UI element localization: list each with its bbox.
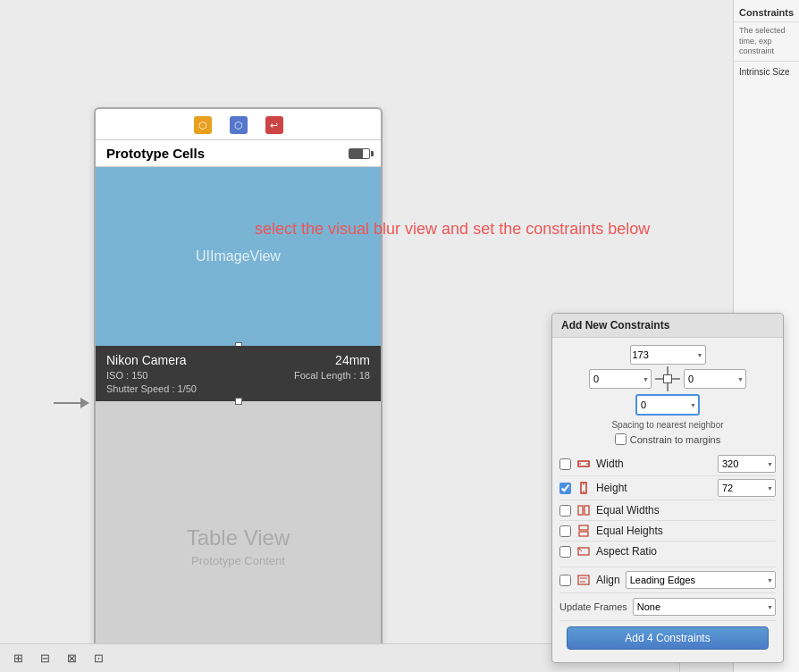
constrain-margins-checkbox[interactable] bbox=[615, 433, 627, 445]
height-row: Height 72 bbox=[559, 476, 776, 500]
svg-rect-12 bbox=[578, 575, 589, 584]
cross-center bbox=[663, 374, 672, 383]
equal-heights-label: Equal Heights bbox=[596, 525, 663, 537]
aspect-ratio-icon bbox=[576, 544, 591, 559]
top-spacing-wrapper[interactable] bbox=[630, 345, 706, 365]
constraints-body: Spacing to nearest neighbor Constrain to… bbox=[552, 338, 783, 662]
aspect-ratio-row: Aspect Ratio bbox=[559, 542, 776, 561]
constraints-panel-header: Add New Constraints bbox=[552, 314, 783, 338]
red-arrow-icon: ↩ bbox=[265, 116, 283, 134]
spacing-top-row bbox=[630, 345, 706, 365]
width-row: Width 320 bbox=[559, 452, 776, 476]
height-select[interactable]: 72 bbox=[718, 479, 776, 497]
arrow-indicator bbox=[54, 398, 89, 408]
height-label: Height bbox=[596, 482, 712, 494]
prototype-cells-title: Prototype Cells bbox=[106, 146, 205, 161]
left-spacing-wrapper[interactable] bbox=[589, 369, 652, 389]
arrow-head bbox=[80, 398, 89, 408]
right-panel-title: Constraints bbox=[734, 0, 799, 22]
align-label: Align bbox=[596, 574, 620, 586]
camera-title-row: Nikon Camera 24mm bbox=[106, 353, 370, 367]
image-view-area: UIImageView bbox=[96, 167, 381, 346]
align-icon bbox=[576, 573, 591, 587]
height-icon bbox=[576, 481, 591, 495]
mockup-header: Prototype Cells bbox=[96, 140, 381, 167]
align-row: Align Leading Edges Trailing Edges Top E… bbox=[559, 567, 776, 593]
table-view-label: Table View bbox=[187, 525, 290, 550]
shutter-row: Shutter Speed : 1/50 bbox=[106, 383, 370, 394]
arrow-line bbox=[54, 402, 80, 404]
width-select[interactable]: 320 bbox=[718, 455, 776, 473]
update-frames-row: Update Frames None Items of New Constrai… bbox=[559, 593, 776, 621]
height-checkbox[interactable] bbox=[559, 483, 571, 494]
battery-icon bbox=[349, 148, 370, 159]
intrinsic-size-label: Intrinsic Size bbox=[734, 62, 799, 82]
equal-widths-row: Equal Widths bbox=[559, 500, 776, 521]
spacing-bot-row bbox=[636, 395, 699, 415]
equal-widths-label: Equal Widths bbox=[596, 504, 660, 517]
shutter-info: Shutter Speed : 1/50 bbox=[106, 383, 197, 394]
bottom-icon-3[interactable]: ⊠ bbox=[61, 650, 82, 668]
svg-rect-8 bbox=[579, 525, 588, 530]
align-checkbox[interactable] bbox=[559, 575, 571, 586]
svg-rect-7 bbox=[585, 506, 589, 515]
equal-heights-icon bbox=[576, 524, 591, 538]
height-value-wrapper[interactable]: 72 bbox=[718, 479, 776, 497]
spacing-mid-row bbox=[589, 366, 746, 391]
aspect-ratio-checkbox[interactable] bbox=[559, 546, 571, 558]
equal-heights-row: Equal Heights bbox=[559, 521, 776, 542]
camera-mm: 24mm bbox=[335, 353, 370, 367]
cross-connector bbox=[655, 366, 680, 391]
update-frames-label: Update Frames bbox=[559, 601, 627, 612]
handle-mid bbox=[235, 398, 242, 405]
equal-widths-icon bbox=[576, 503, 591, 517]
top-spacing-input[interactable] bbox=[630, 345, 706, 365]
align-select[interactable]: Leading Edges Trailing Edges Top Edges B… bbox=[626, 571, 776, 589]
table-view-area: Table View Prototype Content bbox=[96, 401, 381, 672]
equal-heights-checkbox[interactable] bbox=[559, 525, 571, 537]
width-checkbox[interactable] bbox=[559, 458, 571, 470]
ui-image-view-label: UIImageView bbox=[196, 248, 281, 265]
constrain-margins-label: Constrain to margins bbox=[630, 434, 721, 445]
svg-rect-6 bbox=[578, 506, 583, 515]
bottom-icon-1[interactable]: ⊞ bbox=[7, 650, 29, 668]
blue-cube-icon: ⬡ bbox=[230, 116, 248, 134]
iphone-mockup: ⬡ ⬡ ↩ Prototype Cells UIImageView Nikon … bbox=[94, 107, 383, 652]
bottom-icon-4[interactable]: ⊡ bbox=[88, 650, 109, 668]
update-frames-select-wrapper[interactable]: None Items of New Constraints All Frames… bbox=[633, 598, 776, 616]
instruction-text: select the visual blur view and set the … bbox=[255, 220, 650, 239]
orange-cube-icon: ⬡ bbox=[194, 116, 212, 134]
camera-details: ISO : 150 Focal Length : 18 bbox=[106, 370, 370, 381]
spacing-cross bbox=[559, 345, 776, 415]
constraints-panel: Add New Constraints bbox=[551, 313, 784, 663]
bottom-spacing-input[interactable] bbox=[636, 395, 699, 415]
focal-info: Focal Length : 18 bbox=[294, 370, 370, 381]
aspect-ratio-label: Aspect Ratio bbox=[596, 545, 657, 558]
left-spacing-input[interactable] bbox=[589, 369, 652, 389]
spacing-label: Spacing to nearest neighbor bbox=[559, 420, 776, 430]
right-spacing-input[interactable] bbox=[684, 369, 746, 389]
bottom-icon-2[interactable]: ⊟ bbox=[34, 650, 55, 668]
constrain-margins-row: Constrain to margins bbox=[559, 433, 776, 445]
right-panel-description: The selected time, exp constraint bbox=[734, 22, 799, 62]
width-icon bbox=[576, 457, 591, 471]
equal-widths-checkbox[interactable] bbox=[559, 505, 571, 517]
camera-name: Nikon Camera bbox=[106, 353, 186, 367]
prototype-content-label: Prototype Content bbox=[191, 554, 285, 567]
mockup-toolbar: ⬡ ⬡ ↩ bbox=[96, 109, 381, 140]
width-value-wrapper[interactable]: 320 bbox=[718, 455, 776, 473]
iso-info: ISO : 150 bbox=[106, 370, 147, 381]
svg-rect-9 bbox=[579, 532, 588, 536]
bottom-spacing-wrapper[interactable] bbox=[636, 395, 699, 415]
right-spacing-wrapper[interactable] bbox=[684, 369, 746, 389]
camera-info-bar: Nikon Camera 24mm ISO : 150 Focal Length… bbox=[96, 346, 381, 401]
add-constraints-button[interactable]: Add 4 Constraints bbox=[567, 626, 769, 650]
update-frames-select[interactable]: None Items of New Constraints All Frames… bbox=[633, 598, 776, 616]
width-label: Width bbox=[596, 458, 712, 470]
align-select-wrapper[interactable]: Leading Edges Trailing Edges Top Edges B… bbox=[626, 571, 776, 589]
